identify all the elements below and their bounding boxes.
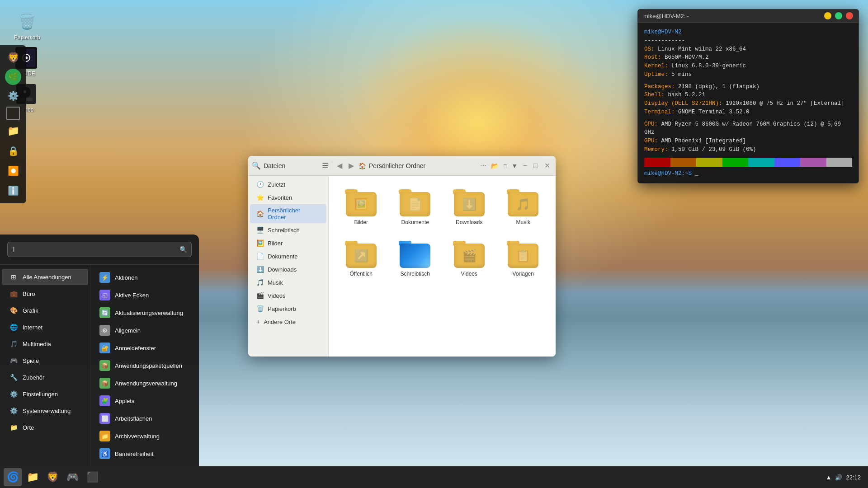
sidebar-downloads-icon: ⬇️ [256, 266, 264, 273]
app-archivverwaltung[interactable]: 📁 Archivverwaltung [92, 427, 197, 445]
category-internet[interactable]: 🌐 Internet [2, 319, 88, 335]
grafik-icon: 🎨 [9, 306, 18, 315]
fm-body: 🕐 Zuletzt ⭐ Favoriten 🏠 Persönlicher Ord… [248, 176, 556, 357]
folder-musik[interactable]: 🎵 Musik [498, 183, 549, 231]
taskbar-left: 🌀 📁 🦁 🎮 ⬛ [4, 468, 101, 486]
folder-bilder[interactable]: 🖼️ Bilder [336, 183, 387, 231]
allgemein-icon: ⚙ [99, 325, 110, 336]
fm-forward-btn[interactable]: ▶ [347, 160, 356, 171]
sidebar-persoenlich[interactable]: 🏠 Persönlicher Ordner [250, 204, 326, 223]
fm-window-min-btn[interactable]: − [521, 161, 529, 171]
taskbar-terminal-btn[interactable]: ⬛ [83, 468, 101, 486]
sidebar-bilder[interactable]: 🖼️ Bilder [250, 237, 326, 249]
app-anwendungspaketquellen[interactable]: 📦 Anwendungspaketquellen [92, 357, 197, 374]
folder-downloads[interactable]: ⬇️ Downloads [444, 183, 495, 231]
sidebar-videos[interactable]: 🎬 Videos [250, 289, 326, 302]
category-buero[interactable]: 💼 Büro [2, 286, 88, 302]
color-block-5 [748, 158, 774, 167]
left-window-icon[interactable] [6, 107, 20, 120]
dokumente-label: Dokumente [401, 219, 429, 225]
internet-icon: 🌐 [9, 323, 18, 332]
fm-sidebar-items: 🕐 Zuletzt ⭐ Favoriten 🏠 Persönlicher Ord… [248, 176, 328, 330]
terminal-close-btn[interactable]: × [846, 12, 853, 19]
desktop-icon-papierkorb[interactable]: 🗑️ Papierkorb [9, 9, 45, 42]
downloads-folder-icon: ⬇️ [453, 188, 486, 216]
folder-videos[interactable]: 🎬 Videos [444, 235, 495, 282]
terminal-controls: − + × [824, 12, 853, 19]
app-allgemein[interactable]: ⚙ Allgemein [92, 322, 197, 339]
aktualisierung-icon: 🔄 [99, 307, 110, 318]
app-aktive-ecken[interactable]: ◱ Aktive Ecken [92, 286, 197, 304]
taskbar-steam-btn[interactable]: 🎮 [63, 468, 81, 486]
left-info-icon[interactable]: ℹ️ [4, 182, 22, 200]
category-grafik[interactable]: 🎨 Grafik [2, 302, 88, 319]
terminal-window: mike@HDV-M2:~ − + × mike@HDV-M2 --------… [637, 9, 859, 183]
category-orte[interactable]: 📁 Orte [2, 419, 88, 436]
app-anwendungsverwaltung[interactable]: 📦 Anwendungsverwaltung [92, 375, 197, 392]
launcher-categories: ⊞ Alle Anwendungen 💼 Büro 🎨 Grafik 🌐 Int… [0, 265, 90, 466]
terminal-host: Host: B650M-HDV/M.2 [644, 53, 852, 62]
terminal-uptime: Uptime: 5 mins [644, 70, 852, 79]
left-folder-icon[interactable]: 📁 [4, 122, 22, 140]
sidebar-zuletzt[interactable]: 🕐 Zuletzt [250, 178, 326, 191]
taskbar-brave-btn[interactable]: 🦁 [43, 468, 61, 486]
aktionen-icon: ⚡ [99, 272, 110, 283]
fm-open-location-btn[interactable]: 📂 [490, 161, 500, 170]
terminal-display: Display (DELL S2721HN): 868x488 @ 75 H… [644, 99, 852, 108]
terminal-minimize-btn[interactable]: − [824, 12, 831, 19]
left-lock-icon[interactable]: 🔒 [4, 142, 22, 160]
sidebar-schreibtisch[interactable]: 🖥️ Schreibtisch [250, 224, 326, 236]
sidebar-favoriten[interactable]: ⭐ Favoriten [250, 191, 326, 204]
taskbar: 🌀 📁 🦁 🎮 ⬛ ▲ 🔊 22:12 [0, 466, 868, 488]
fm-window-close-btn[interactable]: ✕ [542, 160, 552, 171]
terminal-packages: Packages: 2198 (dpkg), 1 (flatpak) [644, 83, 852, 91]
app-arbeitflaechen[interactable]: ⬜ Arbeitsflächen [92, 410, 197, 427]
left-brave-icon[interactable]: 🦁 [4, 49, 22, 67]
category-spiele[interactable]: 🎮 Spiele [2, 352, 88, 369]
fm-options-btn[interactable]: ⋯ [479, 161, 487, 170]
app-aktualisierung[interactable]: 🔄 Aktualisierungsverwaltung [92, 304, 197, 321]
fm-search-icon[interactable]: 🔍 [252, 161, 261, 170]
bilder-folder-icon: 🖼️ [345, 188, 377, 216]
taskbar-tray-arrow[interactable]: ▲ [826, 474, 832, 481]
folder-schreibtisch[interactable]: Schreibtisch [390, 235, 441, 282]
fm-window-max-btn[interactable]: □ [532, 161, 540, 171]
app-barrierefreiheit[interactable]: ♿ Barrierefreiheit [92, 445, 197, 462]
category-alle[interactable]: ⊞ Alle Anwendungen [2, 269, 88, 285]
sidebar-downloads[interactable]: ⬇️ Downloads [250, 263, 326, 276]
sidebar-dokumente[interactable]: 📄 Dokumente [250, 250, 326, 263]
folder-oeffentlich[interactable]: ↗️ Öffentlich [336, 235, 387, 282]
category-systemverwaltung[interactable]: ⚙️ Systemverwaltung [2, 403, 88, 419]
folder-vorlagen[interactable]: 📋 Vorlagen [498, 235, 549, 282]
launcher-search-input[interactable] [7, 242, 192, 257]
persoenlich-icon: 🏠 [256, 210, 264, 217]
fm-view-options-btn[interactable]: ▼ [510, 161, 519, 170]
taskbar-start-btn[interactable]: 🌀 [4, 468, 22, 486]
terminal-maximize-btn[interactable]: + [835, 12, 842, 19]
category-zubehoer[interactable]: 🔧 Zubehör [2, 369, 88, 385]
folder-dokumente[interactable]: 📄 Dokumente [390, 183, 441, 231]
fm-back-btn[interactable]: ◀ [335, 160, 344, 171]
oeffentlich-folder-icon: ↗️ [345, 240, 377, 268]
fm-menu-icon[interactable]: ☰ [322, 161, 328, 170]
category-einstellungen[interactable]: ⚙️ Einstellungen [2, 386, 88, 402]
sidebar-papierkorb[interactable]: 🗑️ Papierkorb [250, 302, 326, 315]
app-anmeldefenster[interactable]: 🔐 Anmeldefenster [92, 339, 197, 357]
category-multimedia[interactable]: 🎵 Multimedia [2, 336, 88, 352]
left-mint-icon[interactable]: 🌿 [5, 69, 21, 85]
left-record-icon[interactable]: ⏺️ [4, 162, 22, 180]
taskbar-files-btn[interactable]: 📁 [24, 468, 42, 486]
sidebar-musik[interactable]: 🎵 Musik [250, 276, 326, 289]
sidebar-dokumente-icon: 📄 [256, 253, 264, 260]
app-applets[interactable]: 🧩 Applets [92, 392, 197, 409]
anmeldefenster-icon: 🔐 [99, 343, 110, 353]
left-settings-icon[interactable]: ⚙️ [4, 87, 22, 105]
terminal-title: mike@HDV-M2:~ [643, 13, 689, 19]
launcher-content: ⊞ Alle Anwendungen 💼 Büro 🎨 Grafik 🌐 Int… [0, 265, 199, 466]
sidebar-andere[interactable]: + Andere Orte [250, 315, 326, 328]
fm-home-icon: 🏠 [359, 162, 366, 169]
app-aktionen[interactable]: ⚡ Aktionen [92, 269, 197, 286]
sidebar-andere-icon: + [256, 318, 260, 325]
search-icon: 🔍 [179, 246, 187, 253]
fm-view-list-btn[interactable]: ≡ [502, 161, 508, 170]
